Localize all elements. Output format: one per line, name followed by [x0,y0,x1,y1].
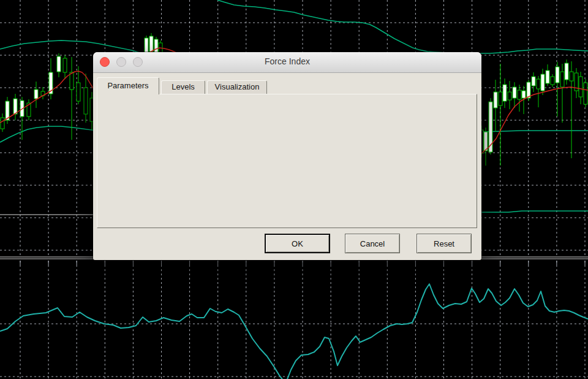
tab-visualization[interactable]: Visualization [207,80,267,94]
metatrader-window: Force Index Parameters Levels Visualizat… [0,0,588,379]
force-index-dialog: Force Index Parameters Levels Visualizat… [93,52,481,260]
tab-levels[interactable]: Levels [161,80,205,94]
ok-button[interactable]: OK [265,234,330,253]
cancel-button[interactable]: Cancel [345,234,400,253]
dialog-title: Force Index [93,56,481,66]
parameters-page [97,94,477,228]
reset-button[interactable]: Reset [417,234,472,253]
tab-parameters[interactable]: Parameters [97,77,159,94]
dialog-titlebar[interactable]: Force Index [93,52,481,73]
